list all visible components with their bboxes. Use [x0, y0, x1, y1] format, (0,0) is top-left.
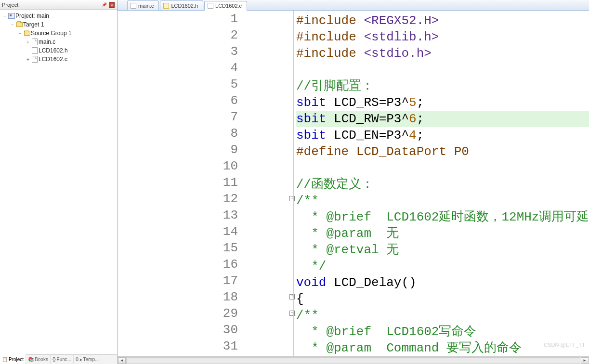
code-line[interactable]: void LCD_Delay() [296, 274, 589, 291]
tree-label: Project: main [15, 13, 49, 19]
code-line[interactable]: #include <REGX52.H> [296, 13, 589, 29]
btab-functions[interactable]: {} Func... [51, 355, 74, 364]
code-line[interactable]: #include <stdlib.h> [296, 29, 589, 45]
btab-templates[interactable]: 0.▸ Temp... [74, 355, 101, 364]
line-number: 6 [118, 92, 243, 109]
line-number: 11 [118, 174, 243, 191]
editor-area: main.c LCD1602.h LCD1602.c 1234567891011… [118, 0, 589, 364]
fold-icon[interactable]: + [289, 294, 295, 299]
tree-root[interactable]: − Project: main [1, 12, 116, 20]
code-line[interactable]: #define LCD_DataPort P0 [296, 143, 589, 160]
line-number: 29− [118, 305, 243, 322]
close-icon[interactable]: × [108, 1, 115, 8]
line-number: 5 [118, 76, 243, 92]
tree-label: Target 1 [23, 21, 44, 28]
line-number: 14 [118, 223, 243, 240]
line-number: 17 [118, 273, 243, 289]
tab-lcd1602-h[interactable]: LCD1602.h [160, 0, 203, 10]
tree-label: main.c [39, 39, 55, 45]
tree-group[interactable]: − Source Group 1 [1, 29, 116, 38]
fold-icon[interactable]: − [289, 196, 295, 201]
tree-file[interactable]: + main.c [1, 38, 116, 46]
line-number: 13 [118, 207, 243, 223]
fold-icon[interactable]: − [289, 311, 295, 316]
code-line[interactable]: { [296, 291, 589, 307]
gutter-divider [293, 11, 294, 356]
tree-label: LCD1602.h [39, 47, 68, 54]
code-line[interactable]: #include <stdio.h> [296, 45, 589, 62]
code-line[interactable]: sbit LCD_RS=P3^5; [296, 94, 589, 111]
line-number: 18+ [118, 289, 243, 305]
code-line[interactable]: */ [296, 258, 589, 274]
pin-icon[interactable]: 📌 [101, 1, 107, 8]
line-number: 4 [118, 60, 243, 76]
btab-books[interactable]: 📚 Books [26, 355, 51, 364]
line-number: 2 [118, 27, 243, 43]
line-number: 16 [118, 256, 243, 273]
line-number: 3 [118, 43, 243, 60]
scroll-track[interactable] [126, 357, 580, 364]
line-number: 31 [118, 338, 243, 354]
line-number: 32 [118, 354, 243, 356]
watermark: CSDN @ETF_TT [544, 342, 585, 348]
line-number: 1 [118, 11, 243, 27]
horizontal-scrollbar[interactable]: ◄ ► [118, 356, 589, 364]
project-tree[interactable]: − Project: main − Target 1 − Source Grou… [0, 10, 117, 354]
code-line[interactable]: //函数定义： [296, 176, 589, 193]
scroll-right-icon[interactable]: ► [581, 357, 589, 364]
line-number: 30 [118, 322, 243, 338]
line-number: 12− [118, 191, 243, 207]
line-number: 9 [118, 142, 243, 158]
code-line[interactable]: //引脚配置： [296, 78, 589, 94]
code-line[interactable]: * @param 无 [296, 225, 589, 242]
tab-lcd1602-c[interactable]: LCD1602.c [204, 1, 247, 11]
project-panel-header: Project 📌 × [0, 0, 117, 10]
panel-title: Project [2, 2, 100, 8]
code-line[interactable]: /** [296, 307, 589, 324]
code-line[interactable]: sbit LCD_RW=P3^6; [296, 111, 589, 127]
tree-file[interactable]: LCD1602.h [1, 46, 116, 55]
code-line[interactable] [296, 62, 589, 78]
code-editor[interactable]: 123456789101112−131415161718+29−303132 #… [118, 11, 589, 356]
tab-main-c[interactable]: main.c [127, 0, 159, 10]
code-line[interactable]: /** [296, 193, 589, 209]
project-sidebar: Project 📌 × − Project: main − Target 1 −… [0, 0, 118, 364]
code-line[interactable]: * @retval 无 [296, 242, 589, 258]
tree-target[interactable]: − Target 1 [1, 20, 116, 29]
code-line[interactable]: * @brief LCD1602延时函数，12MHz调用可延时1ms [296, 209, 589, 225]
code-line[interactable]: * @brief LCD1602写命令 [296, 324, 589, 340]
line-number: 10 [118, 158, 243, 174]
tree-label: LCD1602.c [39, 56, 67, 63]
code-line[interactable] [296, 160, 589, 176]
sidebar-bottom-tabs: 📋 Project 📚 Books {} Func... 0.▸ Temp... [0, 354, 117, 364]
btab-project[interactable]: 📋 Project [0, 354, 26, 364]
tree-file[interactable]: + LCD1602.c [1, 55, 116, 64]
code-line[interactable]: sbit LCD_EN=P3^4; [296, 127, 589, 143]
line-number: 7 [118, 109, 243, 125]
line-number: 8 [118, 125, 243, 142]
editor-tabbar: main.c LCD1602.h LCD1602.c [118, 0, 589, 11]
tree-label: Source Group 1 [31, 30, 72, 37]
line-number: 15 [118, 240, 243, 256]
scroll-left-icon[interactable]: ◄ [118, 357, 126, 364]
